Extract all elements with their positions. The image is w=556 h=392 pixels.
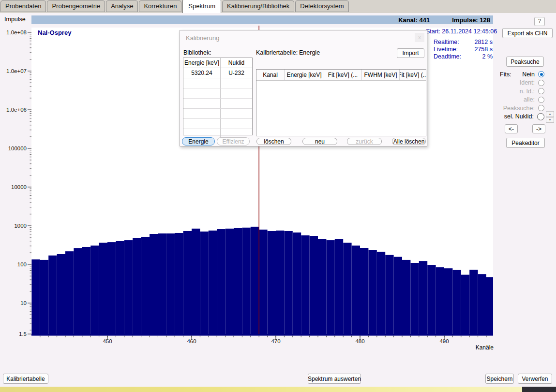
- table-row[interactable]: [183, 88, 252, 99]
- column-header: Energie [keV]: [183, 58, 221, 68]
- realtime-value: 2812 s: [474, 39, 493, 45]
- loeschen-button[interactable]: löschen: [256, 138, 291, 145]
- nuklid-cell: U-232: [221, 68, 252, 78]
- svg-text:490: 490: [439, 338, 449, 344]
- svg-text:1.0e+07: 1.0e+07: [6, 68, 27, 74]
- taskbar-strip: [0, 387, 556, 392]
- radio-icon[interactable]: [538, 105, 544, 111]
- deadtime-label: Deadtime:: [434, 53, 461, 60]
- energie-toggle-button[interactable]: Energie: [182, 137, 215, 145]
- kalibriertabelle-button[interactable]: Kalibriertabelle: [3, 374, 48, 384]
- svg-text:480: 480: [355, 338, 364, 344]
- detector-label: NaI-Osprey: [38, 29, 71, 36]
- table-row[interactable]: [183, 99, 252, 109]
- table-row[interactable]: 5320.24 U-232: [183, 68, 252, 78]
- fits-option-label: n. Id.:: [520, 88, 535, 95]
- fits-option-label: sel. Nuklid:: [504, 113, 534, 120]
- fits-option-label: Nein: [522, 71, 535, 78]
- acquisition-stats: Realtime: 2812 s Livetime: 2758 s Deadti…: [429, 38, 493, 119]
- spin-up-icon[interactable]: ▲: [546, 111, 554, 117]
- energie-cell: 5320.24: [183, 68, 221, 78]
- fits-option-n-id[interactable]: n. Id.:: [500, 87, 544, 96]
- acquisition-start-time: Start: 26.11.2024 12:45:06: [426, 28, 498, 35]
- dialog-title: Kalibrierung: [186, 34, 219, 42]
- svg-text:100000: 100000: [8, 145, 27, 151]
- svg-text:470: 470: [271, 338, 280, 344]
- fits-option-ident[interactable]: Ident:: [500, 79, 544, 87]
- column-header-fit1[interactable]: Fit [keV] (...: [324, 70, 362, 80]
- next-peak-button[interactable]: ->: [532, 124, 545, 133]
- verwerfen-button[interactable]: Verwerfen: [518, 374, 552, 384]
- svg-text:1.0e+06: 1.0e+06: [6, 107, 27, 113]
- close-icon[interactable]: x: [415, 33, 424, 42]
- svg-text:450: 450: [103, 338, 112, 344]
- fits-option-sel-nuklid[interactable]: sel. Nuklid:: [500, 113, 544, 121]
- zurueck-button[interactable]: zurück: [347, 138, 382, 145]
- realtime-label: Realtime:: [434, 39, 459, 45]
- kalibriertabelle-value: Energie: [299, 49, 320, 56]
- svg-text:10000: 10000: [11, 184, 27, 190]
- radio-selected-icon[interactable]: [538, 71, 544, 77]
- bibliothek-label: Bibliothek:: [183, 49, 211, 56]
- column-header-fwhm[interactable]: FWHM [keV]: [362, 70, 400, 80]
- fits-option-label: alle:: [524, 96, 535, 103]
- speichern-button[interactable]: Speichern: [485, 374, 514, 384]
- svg-text:100: 100: [17, 261, 27, 267]
- fits-option-label: Peaksuche:: [503, 105, 535, 112]
- column-header-kanal[interactable]: Kanal: [256, 70, 285, 80]
- column-header: Nuklid: [221, 58, 252, 68]
- livetime-label: Livetime:: [434, 46, 458, 53]
- radio-icon[interactable]: [537, 113, 544, 120]
- svg-text:460: 460: [187, 338, 196, 344]
- alle-loeschen-button[interactable]: Alle löschen: [392, 138, 426, 145]
- bibliothek-table: Energie [keV] Nuklid 5320.24 U-232: [183, 58, 253, 135]
- nuklid-spinner: ▲ ▼: [546, 111, 554, 123]
- table-row[interactable]: [183, 119, 252, 129]
- kalibriertabelle-table: Kanal Energie [keV] Fit [keV] (... FWHM …: [256, 69, 426, 136]
- svg-text:10: 10: [20, 300, 27, 306]
- spektrum-auswerten-button[interactable]: Spektrum auswerten: [308, 374, 361, 384]
- application-window: Probendaten Probengeometrie Analyse Korr…: [0, 0, 556, 392]
- neu-button[interactable]: neu: [302, 138, 337, 145]
- x-axis-title: Kanäle: [455, 344, 494, 351]
- fits-label: Fits:: [500, 71, 511, 78]
- radio-icon[interactable]: [538, 88, 544, 94]
- taskbar-dark-segment: [522, 387, 556, 392]
- previous-peak-button[interactable]: <-: [505, 124, 518, 133]
- export-chn-button[interactable]: Export als CHN: [502, 28, 553, 38]
- realtime-row: Realtime: 2812 s: [434, 39, 493, 45]
- livetime-row: Livetime: 2758 s: [434, 46, 493, 53]
- kalibriertabelle-label: Kalibriertabelle:: [256, 49, 298, 56]
- livetime-value: 2758 s: [474, 46, 493, 53]
- column-header-fit2[interactable]: Fit [keV] (...: [400, 70, 426, 80]
- effizienz-toggle-button[interactable]: Effizienz: [217, 137, 250, 145]
- kalibrierung-dialog[interactable]: Kalibrierung x Bibliothek: Energie [keV]…: [180, 30, 427, 146]
- fits-option-peaksuche[interactable]: Peaksuche:: [500, 104, 544, 113]
- fits-option-nein[interactable]: Fits: Nein: [500, 70, 544, 79]
- peaksuche-button[interactable]: Peaksuche: [506, 57, 544, 67]
- svg-text:1000: 1000: [14, 223, 27, 229]
- radio-icon[interactable]: [538, 80, 544, 86]
- spin-down-icon[interactable]: ▼: [546, 117, 554, 123]
- table-row[interactable]: [183, 78, 252, 88]
- svg-text:1.0e+08: 1.0e+08: [6, 29, 27, 35]
- fits-radio-group: Fits: Nein Ident: n. Id.: alle: Peaksuch…: [500, 70, 544, 121]
- peakeditor-button[interactable]: Peakeditor: [506, 138, 545, 148]
- kalibriertabelle-header: Kanal Energie [keV] Fit [keV] (... FWHM …: [256, 70, 426, 81]
- fits-option-alle[interactable]: alle:: [500, 96, 544, 104]
- import-button[interactable]: Import: [397, 48, 424, 58]
- svg-text:1.5: 1.5: [19, 331, 27, 337]
- fits-option-label: Ident:: [520, 79, 535, 86]
- column-header-energie[interactable]: Energie [keV]: [285, 70, 324, 80]
- table-row[interactable]: [183, 109, 252, 119]
- radio-icon[interactable]: [538, 97, 544, 103]
- deadtime-row: Deadtime: 2 %: [434, 53, 493, 60]
- tab-spektrum[interactable]: Spektrum: [182, 0, 221, 13]
- deadtime-value: 2 %: [482, 53, 493, 60]
- bibliothek-table-header: Energie [keV] Nuklid: [183, 58, 252, 68]
